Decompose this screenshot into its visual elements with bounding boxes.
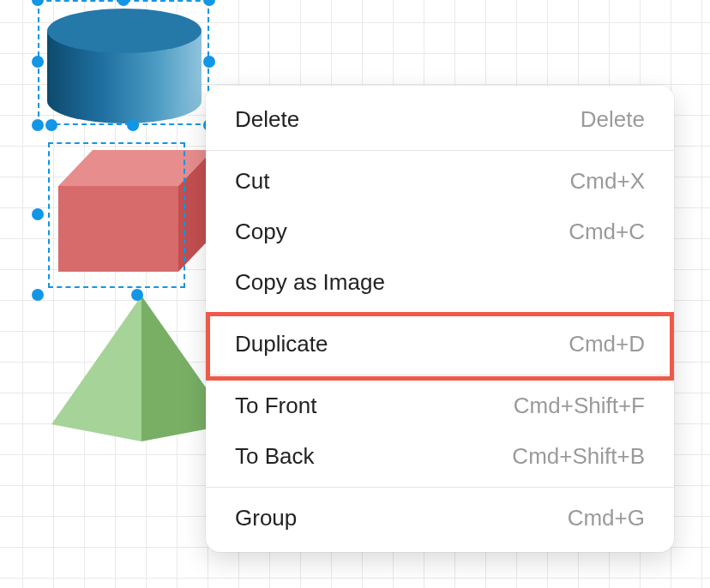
selection-handle[interactable] xyxy=(32,289,44,301)
selection-handle[interactable] xyxy=(32,208,44,220)
menu-separator xyxy=(206,487,674,488)
menu-item-shortcut: Cmd+Shift+F xyxy=(514,393,645,419)
selection-handle[interactable] xyxy=(45,119,57,131)
menu-item-shortcut: Delete xyxy=(581,106,645,133)
menu-separator xyxy=(206,150,674,151)
context-menu: Delete Delete Cut Cmd+X Copy Cmd+C Copy … xyxy=(206,86,674,552)
menu-item-duplicate[interactable]: Duplicate Cmd+D xyxy=(206,319,674,369)
canvas[interactable]: Delete Delete Cut Cmd+X Copy Cmd+C Copy … xyxy=(0,0,710,588)
cube-svg xyxy=(58,150,221,296)
cylinder-bottom xyxy=(47,79,202,123)
menu-item-label: To Back xyxy=(235,443,315,470)
menu-separator xyxy=(206,313,674,314)
svg-marker-1 xyxy=(58,186,178,272)
menu-item-cut[interactable]: Cut Cmd+X xyxy=(206,156,674,207)
selection-handle[interactable] xyxy=(32,56,44,68)
pyramid-svg xyxy=(51,296,232,446)
selection-handle[interactable] xyxy=(203,0,215,6)
menu-item-shortcut: Cmd+D xyxy=(569,331,645,357)
menu-item-group[interactable]: Group Cmd+G xyxy=(206,493,674,543)
menu-item-label: Duplicate xyxy=(235,331,328,357)
menu-separator xyxy=(206,375,674,375)
menu-item-shortcut: Cmd+X xyxy=(570,168,645,195)
selection-handle[interactable] xyxy=(131,289,143,301)
svg-marker-3 xyxy=(51,296,141,441)
menu-item-to-back[interactable]: To Back Cmd+Shift+B xyxy=(206,431,674,482)
menu-item-shortcut: Cmd+C xyxy=(569,219,645,245)
selection-handle[interactable] xyxy=(127,119,139,131)
menu-item-shortcut: Cmd+G xyxy=(568,505,645,531)
shape-cube[interactable] xyxy=(58,150,221,296)
menu-item-label: To Front xyxy=(235,393,316,419)
menu-item-label: Group xyxy=(235,505,297,531)
menu-item-label: Copy as Image xyxy=(235,269,385,296)
menu-item-delete[interactable]: Delete Delete xyxy=(206,94,674,145)
selection-handle[interactable] xyxy=(117,0,129,6)
menu-item-label: Copy xyxy=(235,219,287,245)
menu-item-shortcut: Cmd+Shift+B xyxy=(512,443,645,470)
menu-item-copy[interactable]: Copy Cmd+C xyxy=(206,207,674,257)
selection-handle[interactable] xyxy=(203,56,215,68)
menu-item-copy-as-image[interactable]: Copy as Image xyxy=(206,257,674,308)
shape-pyramid[interactable] xyxy=(51,296,223,441)
menu-item-label: Cut xyxy=(235,168,269,195)
selection-handle[interactable] xyxy=(32,119,44,131)
shape-cylinder[interactable] xyxy=(47,9,202,124)
selection-handle[interactable] xyxy=(32,0,44,6)
menu-item-label: Delete xyxy=(235,106,299,133)
cylinder-top xyxy=(47,9,202,53)
menu-item-to-front[interactable]: To Front Cmd+Shift+F xyxy=(206,381,674,431)
